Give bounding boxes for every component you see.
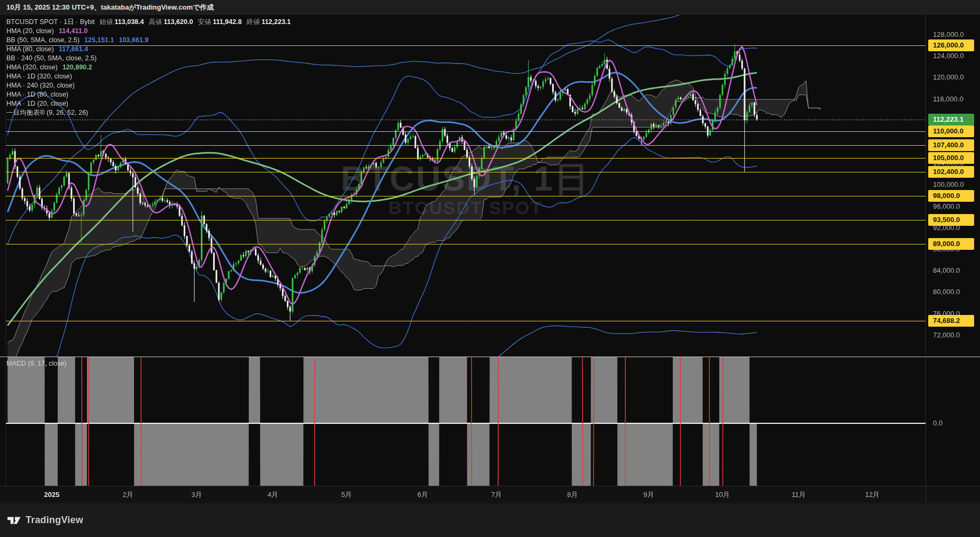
tradingview-logo-icon [7, 516, 21, 525]
legend-label: HMA · 1D (320, close) [6, 73, 72, 80]
tradingview-logo[interactable]: TradingView [7, 515, 83, 526]
price-level-badge[interactable]: 93,500.0 [928, 214, 974, 226]
time-axis-label: 6月 [417, 486, 428, 503]
axis-tick-label: 84,000.0 [933, 266, 960, 274]
time-axis-label: 7月 [491, 486, 501, 503]
legend-label: HMA (320, close) [6, 64, 58, 71]
legend-label: HMA (80, close) [6, 45, 54, 53]
legend-row[interactable]: HMA (20, close)114,411.0 [6, 27, 296, 36]
legend-value: 120,890.2 [62, 64, 92, 71]
legend-label: HMA (20, close) [6, 27, 54, 35]
time-axis-label: 9月 [644, 486, 654, 503]
time-axis-label: 3月 [191, 486, 202, 503]
price-level-badge[interactable]: 98,000.0 [928, 190, 974, 202]
last-price-badge[interactable]: 112,223.1 [928, 114, 974, 125]
legend-label: HMA · 1D (80, close) [6, 91, 68, 98]
time-axis[interactable]: 20252月3月4月5月6月7月8月9月10月11月12月 [0, 486, 980, 503]
legend-row[interactable]: BTCUSDT SPOT · 1日 · Bybit始値113,038.4高値11… [6, 18, 296, 27]
legend-row[interactable]: BB (50, SMA, close, 2.5)125,151.1103,661… [6, 36, 296, 45]
price-level-badge[interactable]: 105,000.0 [928, 152, 974, 164]
legend-label: BB (50, SMA, close, 2.5) [6, 36, 80, 44]
time-axis-label: 2025 [44, 486, 60, 503]
legend-value: 117,661.4 [59, 45, 88, 53]
legend-value: 111,942.8 [213, 18, 241, 26]
price-level-badge[interactable]: 110,000.0 [928, 125, 974, 137]
axis-tick-label: 124,000.0 [933, 52, 964, 60]
footer-bar: TradingView [0, 503, 980, 537]
time-axis-label: 5月 [341, 486, 352, 503]
time-axis-label: 4月 [268, 486, 278, 503]
axis-tick-label: 120,000.0 [933, 73, 964, 81]
legend-label: BB · 240 (50, SMA, close, 2.5) [6, 54, 97, 62]
price-scale[interactable]: 128,000.0124,000.0120,000.0116,000.0108,… [926, 15, 980, 503]
legend-value: 終値 [247, 18, 260, 26]
legend-row[interactable]: HMA (320, close)120,890.2 [6, 63, 296, 72]
axis-tick-label: 96,000.0 [933, 202, 960, 210]
legend-row[interactable]: HMA (80, close)117,661.4 [6, 45, 296, 54]
legend-value: 113,038.4 [115, 18, 144, 26]
axis-tick-label: 72,000.0 [933, 331, 960, 339]
legend-value: 114,411.0 [59, 27, 88, 35]
legend-row[interactable]: HMA · 1D (320, close) [6, 72, 296, 81]
indicator-legend: BTCUSDT SPOT · 1日 · Bybit始値113,038.4高値11… [6, 18, 296, 117]
axis-tick-label: 0.0 [933, 419, 943, 427]
legend-row[interactable]: HMA · 1D (20, close) [6, 99, 296, 108]
legend-label: HMA · 240 (320, close) [6, 82, 75, 89]
legend-value: 125,151.1 [84, 36, 114, 44]
legend-label: 一目均衡表® (9, 26, 52, 26) [6, 109, 88, 116]
legend-row[interactable]: 一目均衡表® (9, 26, 52, 26) [6, 108, 296, 117]
price-level-badge[interactable]: 89,000.0 [928, 238, 974, 250]
axis-tick-label: 128,000.0 [933, 30, 964, 38]
legend-label: HMA · 1D (20, close) [6, 100, 68, 107]
legend-row[interactable]: BB · 240 (50, SMA, close, 2.5) [6, 54, 296, 63]
price-level-badge[interactable]: 74,688.2 [928, 315, 974, 327]
macd-legend[interactable]: MACD (9, 17, close) [6, 360, 67, 367]
legend-value: 112,223.1 [262, 18, 291, 26]
axis-tick-label: 116,000.0 [933, 95, 963, 103]
price-level-badge[interactable]: 126,000.0 [928, 40, 974, 51]
screenshot-header-bar: 10月 15, 2025 12:30 UTC+9、takatabaがTradin… [0, 0, 980, 15]
legend-value: 113,620.0 [163, 18, 193, 26]
time-axis-label: 11月 [791, 486, 806, 503]
price-level-badge[interactable]: 102,400.0 [928, 166, 974, 178]
legend-value: 高値 [148, 18, 162, 26]
screenshot-caption: 10月 15, 2025 12:30 UTC+9、takatabaがTradin… [6, 3, 214, 12]
time-axis-label: 12月 [865, 486, 880, 503]
legend-row[interactable]: HMA · 240 (320, close) [6, 81, 296, 90]
tradingview-chart-page: { "header": { "title": "10月 15, 2025 12:… [0, 0, 980, 537]
legend-value: 安値 [198, 18, 211, 26]
price-level-badge[interactable]: 107,400.0 [928, 139, 974, 151]
time-axis-label: 10月 [715, 486, 730, 503]
axis-tick-label: 100,000.0 [933, 180, 964, 188]
legend-value: 103,661.9 [119, 36, 148, 44]
time-axis-label: 8月 [567, 486, 578, 503]
legend-label: BTCUSDT SPOT · 1日 · Bybit [6, 18, 95, 26]
legend-value: 始値 [100, 18, 113, 26]
tradingview-logo-text: TradingView [26, 515, 83, 526]
time-axis-label: 2月 [122, 486, 133, 503]
axis-tick-label: 80,000.0 [933, 288, 960, 296]
legend-row[interactable]: HMA · 1D (80, close) [6, 90, 296, 99]
